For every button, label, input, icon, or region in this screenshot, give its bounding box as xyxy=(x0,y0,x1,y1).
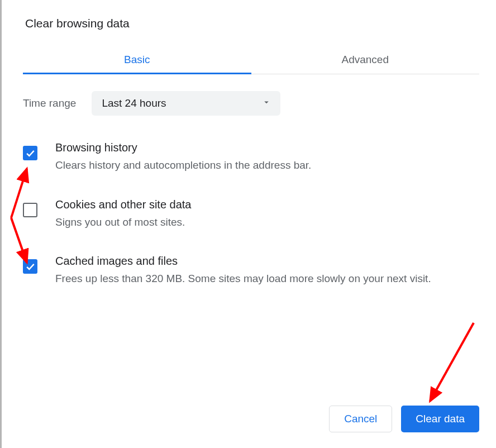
dialog-title: Clear browsing data xyxy=(23,11,479,47)
checkbox-cookies[interactable] xyxy=(23,203,37,217)
dialog-buttons: Cancel Clear data xyxy=(329,406,479,432)
clear-browsing-data-dialog: Clear browsing data Basic Advanced Time … xyxy=(0,0,496,448)
dialog-content: Time range Last 24 hours Browsing histor… xyxy=(23,74,479,287)
option-description: Frees up less than 320 MB. Some sites ma… xyxy=(55,271,479,287)
option-description: Signs you out of most sites. xyxy=(55,215,479,231)
option-title: Cookies and other site data xyxy=(55,198,479,211)
option-description: Clears history and autocompletions in th… xyxy=(55,158,479,174)
option-title: Browsing history xyxy=(55,141,479,154)
option-title: Cached images and files xyxy=(55,255,479,268)
option-text: Cached images and files Frees up less th… xyxy=(55,255,479,287)
tab-advanced[interactable]: Advanced xyxy=(251,47,480,74)
option-text: Cookies and other site data Signs you ou… xyxy=(55,198,479,231)
time-range-value: Last 24 hours xyxy=(102,97,166,109)
option-cache: Cached images and files Frees up less th… xyxy=(23,255,479,287)
options-list: Browsing history Clears history and auto… xyxy=(23,141,479,287)
option-cookies: Cookies and other site data Signs you ou… xyxy=(23,198,479,231)
time-range-select[interactable]: Last 24 hours xyxy=(92,91,280,116)
caret-down-icon xyxy=(261,97,271,109)
option-browsing-history: Browsing history Clears history and auto… xyxy=(23,141,479,174)
tab-basic[interactable]: Basic xyxy=(23,47,251,74)
option-text: Browsing history Clears history and auto… xyxy=(55,141,479,174)
checkbox-cache[interactable] xyxy=(23,259,37,274)
time-range-row: Time range Last 24 hours xyxy=(23,91,479,116)
time-range-label: Time range xyxy=(23,97,76,109)
tabs: Basic Advanced xyxy=(23,47,479,74)
clear-data-button[interactable]: Clear data xyxy=(401,406,479,432)
cancel-button[interactable]: Cancel xyxy=(329,406,392,432)
checkbox-browsing-history[interactable] xyxy=(23,146,37,160)
